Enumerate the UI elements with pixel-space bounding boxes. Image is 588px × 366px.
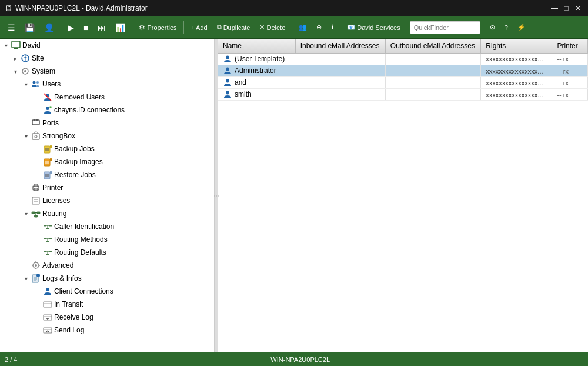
table-row[interactable]: andxxxxxxxxxxxxxxxx...-- rx [218, 77, 588, 89]
toolbar-save-button[interactable]: 💾 [21, 19, 39, 36]
toolbar-duplicate-button[interactable]: ⧉ Duplicate [213, 19, 255, 36]
toolbar-play-button[interactable]: ▶ [64, 19, 78, 36]
expand-icon-site: ▸ [11, 55, 20, 62]
sidebar-item-ports[interactable]: ▸ Ports [0, 117, 214, 129]
sidebar-item-users[interactable]: ▾ Users [0, 78, 214, 91]
sidebar-item-removed-users[interactable]: ▸ Removed Users [0, 91, 214, 104]
toolbar-chart-button[interactable]: 📊 [111, 19, 129, 36]
receive-log-icon [42, 312, 53, 322]
sidebar-item-client-connections[interactable]: ▸ Client Connections [0, 285, 214, 298]
toolbar-help2-button[interactable]: ? [500, 19, 512, 36]
sidebar-item-advanced[interactable]: ▸ Advanced [0, 259, 214, 272]
monitor-icon [11, 40, 21, 51]
col-header-inbound[interactable]: Inbound eMail Addresses [295, 39, 385, 53]
toolbar-properties-button[interactable]: ⚙ Properties [135, 19, 181, 36]
toolbar-add-button[interactable]: + Add [186, 19, 212, 36]
svg-rect-33 [32, 197, 39, 204]
col-header-printer[interactable]: Printer [552, 39, 588, 53]
sidebar-item-backup-images[interactable]: ▸ Backup Images [0, 155, 214, 168]
svg-rect-45 [46, 228, 49, 229]
svg-point-75 [226, 56, 229, 59]
col-header-rights[interactable]: Rights [481, 39, 552, 53]
sidebar-item-restore-jobs[interactable]: ▸ Restore Jobs [0, 168, 214, 181]
routing-defaults-icon [42, 247, 53, 258]
sidebar-label-in-transit: In Transit [54, 300, 212, 308]
cell-outbound [385, 77, 481, 89]
sidebar-label-printer: Printer [42, 184, 212, 192]
sidebar-item-receive-log[interactable]: ▸ Receive Log [0, 311, 214, 324]
users-table: Name Inbound eMail Addresses Outbound eM… [218, 39, 588, 101]
table-header-row: Name Inbound eMail Addresses Outbound eM… [218, 39, 588, 53]
sidebar-item-in-transit[interactable]: ▸ In Transit [0, 298, 214, 311]
sidebar-item-routing[interactable]: ▾ Routing [0, 207, 214, 220]
sidebar-item-strongbox[interactable]: ▾ StrongBox [0, 129, 214, 142]
sidebar-item-david[interactable]: ▾ David [0, 39, 214, 52]
sidebar-label-routing-methods: Routing Methods [54, 235, 212, 244]
sidebar-item-routing-methods[interactable]: ▸ Routing Methods [0, 233, 214, 246]
toolbar-info-button[interactable]: ⊕ [312, 19, 326, 36]
maximize-button[interactable]: □ [561, 3, 572, 14]
svg-point-78 [226, 91, 229, 95]
cell-name: (User Template) [218, 54, 295, 65]
expand-icon-david: ▾ [1, 42, 11, 49]
sidebar-item-printer[interactable]: ▸ Printer [0, 181, 214, 194]
close-button[interactable]: ✕ [573, 3, 583, 14]
toolbar-menu-button[interactable]: ☰ [4, 19, 19, 36]
table-container[interactable]: Name Inbound eMail Addresses Outbound eM… [218, 39, 588, 352]
expand-spacer-advanced: ▸ [21, 262, 31, 269]
logs-icon: i [31, 273, 41, 284]
col-header-outbound[interactable]: Outbound eMail Addresses [385, 39, 481, 53]
toolbar-stop2-button[interactable]: ⏭ [93, 19, 110, 36]
svg-rect-55 [46, 254, 49, 255]
sidebar-item-backup-jobs[interactable]: ▸ Backup Jobs [0, 142, 214, 155]
expand-spacer-licenses: ▸ [21, 198, 31, 204]
table-row[interactable]: (User Template)xxxxxxxxxxxxxxxx...-- rx [218, 53, 588, 65]
sidebar-item-caller-id[interactable]: ▸ Caller Identification [0, 220, 214, 233]
svg-point-57 [35, 264, 37, 267]
toolbar-help-button[interactable]: ⊙ [486, 19, 499, 36]
printer-icon [31, 182, 41, 193]
toolbar-david-services-button[interactable]: 📧 David Services [343, 19, 404, 36]
sidebar-item-routing-defaults[interactable]: ▸ Routing Defaults [0, 246, 214, 259]
svg-point-68 [46, 288, 49, 291]
ports-icon [31, 118, 41, 128]
sidebar: ▾ David ▸ Site ▾ System ▾ [0, 39, 215, 352]
sidebar-item-logs[interactable]: ▾ i Logs & Infos [0, 272, 214, 285]
app-icon: 🖥 [5, 4, 13, 13]
svg-text:i: i [38, 275, 38, 278]
sidebar-item-licenses[interactable]: ▸ Licenses [0, 194, 214, 207]
toolbar-settings-button[interactable]: ⚡ [513, 19, 530, 36]
sidebar-item-system[interactable]: ▾ System [0, 65, 214, 78]
svg-rect-51 [44, 251, 46, 252]
toolbar-sep2 [132, 21, 132, 34]
sidebar-label-receive-log: Receive Log [54, 313, 212, 321]
col-header-name[interactable]: Name [218, 39, 295, 53]
sidebar-item-chayns[interactable]: ▸ chayns.iD connections [0, 104, 214, 117]
licenses-icon [31, 195, 41, 206]
sidebar-item-send-log[interactable]: ▸ Send Log [0, 324, 214, 337]
svg-rect-42 [49, 225, 52, 227]
sidebar-item-site[interactable]: ▸ Site [0, 52, 214, 65]
toolbar-user-button[interactable]: 👤 [40, 19, 58, 36]
strongbox-icon [31, 131, 41, 141]
expand-spacer-routing-defaults: ▸ [33, 249, 42, 256]
svg-rect-27 [50, 171, 52, 174]
table-row[interactable]: Administratorxxxxxxxxxxxxxxxx...-- rx [218, 65, 588, 77]
cell-outbound [385, 53, 481, 65]
svg-point-12 [49, 106, 52, 108]
toolbar-stop-button[interactable]: ■ [79, 19, 92, 36]
toolbar-sep1 [61, 21, 61, 34]
expand-icon-logs: ▾ [21, 275, 31, 282]
svg-point-17 [35, 135, 37, 138]
minimize-button[interactable]: ― [549, 3, 560, 14]
expand-spacer-receive-log: ▸ [33, 314, 42, 321]
status-count: 2 / 4 [5, 356, 17, 363]
quickfinder-input[interactable] [410, 21, 480, 34]
svg-rect-14 [34, 119, 35, 121]
status-bar: 2 / 4 WIN-NPA2U0PLC2L [0, 352, 588, 366]
toolbar-info2-button[interactable]: ℹ [327, 19, 338, 36]
toolbar-users-button[interactable]: 👥 [295, 19, 311, 36]
svg-rect-22 [44, 159, 50, 166]
table-row[interactable]: smithxxxxxxxxxxxxxxxx...-- rx [218, 89, 588, 101]
toolbar-delete-button[interactable]: ✕ Delete [255, 19, 289, 36]
